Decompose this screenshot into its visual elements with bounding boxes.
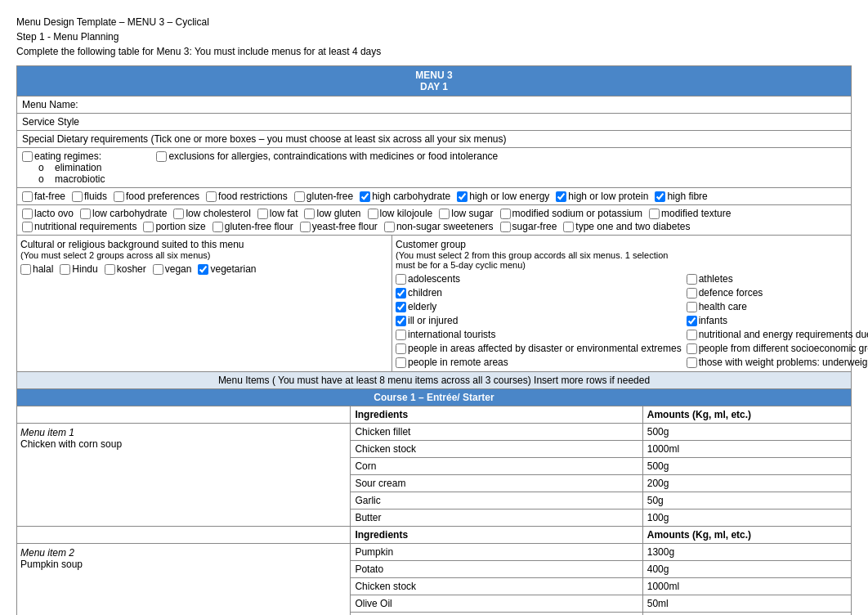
ingredient-1-3: Corn — [351, 458, 642, 475]
menu-item-1-name: Chicken with corn soup — [20, 438, 347, 450]
customer-athletes[interactable]: athletes — [687, 273, 868, 285]
menu-item-2-number: Menu item 2 — [20, 547, 347, 559]
checkbox-low-sugar[interactable]: low sugar — [439, 208, 493, 219]
exclusions-checkbox[interactable] — [156, 151, 167, 162]
amounts-header-2: Amounts (Kg, ml, etc.) — [642, 527, 851, 544]
customer-defence-forces[interactable]: defence forces — [687, 287, 868, 299]
menu-item-2-name: Pumpkin soup — [20, 559, 347, 570]
checkbox-fat-free[interactable]: fat-free — [22, 191, 65, 202]
amount-2-4: 50ml — [642, 595, 851, 613]
menu-name-label: Menu Name: — [22, 99, 78, 110]
customer-health-care[interactable]: health care — [687, 301, 868, 312]
checkbox-lacto-ovo[interactable]: lacto ovo — [22, 208, 74, 219]
cultural-halal[interactable]: halal — [20, 263, 53, 275]
eating-regimes-checkbox[interactable] — [22, 151, 33, 162]
customer-adolescents[interactable]: adolescents — [396, 273, 682, 285]
checkbox-yeast-free-flour[interactable]: yeast-free flour — [300, 221, 378, 232]
customer-people-in-remote-areas[interactable]: people in remote areas — [396, 357, 682, 368]
customer-instruction: (You must select 2 from this group accor… — [396, 250, 848, 270]
amount-1-2: 1000ml — [642, 441, 851, 458]
amount-1-5: 50g — [642, 492, 851, 510]
customer-group-label: Customer group — [396, 239, 466, 250]
checkbox-low-cholesterol[interactable]: low cholesterol — [173, 208, 250, 219]
checkbox-sugar-free[interactable]: sugar-free — [500, 221, 557, 232]
eating-regimes-label: eating regimes: — [34, 150, 101, 162]
breadcrumb: Menu Design Template – MENU 3 – Cyclical — [16, 16, 852, 28]
ingredient-2-2: Potato — [351, 561, 642, 578]
instruction-label: Complete the following table for Menu 3:… — [16, 46, 852, 57]
amount-1-6: 100g — [642, 510, 851, 527]
ingredient-1-5: Garlic — [351, 492, 642, 510]
customer-infants[interactable]: infants — [687, 315, 868, 326]
menu-items-label: Menu Items ( You must have at least 8 me… — [218, 375, 650, 386]
checkbox-high-or-low-protein[interactable]: high or low protein — [556, 191, 648, 202]
elimination-label: elimination — [55, 162, 101, 173]
cultural-kosher[interactable]: kosher — [105, 263, 146, 275]
cultural-label: Cultural or religious background suited … — [20, 239, 244, 250]
cultural-vegetarian[interactable]: vegetarian — [198, 263, 256, 275]
checkbox-portion-size[interactable]: portion size — [143, 221, 205, 232]
ingredient-1-4: Sour cream — [351, 475, 642, 492]
special-dietary-note: – you must choose at least six across al… — [259, 133, 507, 145]
day-label: DAY 1 — [20, 81, 848, 92]
checkbox-food-restrictions[interactable]: food restrictions — [206, 191, 288, 202]
menu-title: MENU 3 — [20, 70, 848, 81]
amount-2-5: 50g — [642, 613, 851, 616]
amounts-header: Amounts (Kg, ml, etc.) — [642, 406, 851, 424]
customer-elderly[interactable]: elderly — [396, 301, 682, 312]
checkbox-modified-texture[interactable]: modified texture — [649, 208, 731, 219]
checkbox-gluten-free[interactable]: gluten-free — [294, 191, 353, 202]
amount-2-2: 400g — [642, 561, 851, 578]
checkbox-low-fat[interactable]: low fat — [257, 208, 298, 219]
special-dietary-label: Special Dietary requirements (Tick one o… — [22, 133, 256, 145]
course1-header: Course 1 – Entrée/ Starter — [17, 389, 852, 406]
checkbox-high-fibre[interactable]: high fibre — [655, 191, 707, 202]
customer-nutritional-and-energy-require[interactable]: nutritional and energy requirements due … — [687, 329, 868, 340]
checkbox-type-one-and-two-diabetes[interactable]: type one and two diabetes — [563, 221, 690, 232]
main-table: MENU 3 DAY 1 Menu Name: Service Style Sp… — [16, 65, 852, 615]
checkbox-food-preferences[interactable]: food preferences — [114, 191, 199, 202]
menu-items-row: Menu Items ( You must have at least 8 me… — [17, 372, 852, 389]
checkbox-modified-sodium-or-potassium[interactable]: modified sodium or potassium — [500, 208, 642, 219]
checkbox-low-kilojoule[interactable]: low kilojoule — [368, 208, 433, 219]
ingredient-1-1: Chicken fillet — [351, 424, 642, 441]
cultural-instruction: (You must select 2 groups across all six… — [20, 250, 388, 260]
checkbox-low-carbohydrate[interactable]: low carbohydrate — [80, 208, 167, 219]
ingredient-2-5: Garlic — [351, 613, 642, 616]
ingredient-1-2: Chicken stock — [351, 441, 642, 458]
checkbox-nutritional-requirements[interactable]: nutritional requirements — [22, 221, 136, 232]
cultural-hindu[interactable]: Hindu — [60, 263, 97, 275]
checkbox-high-or-low-energy[interactable]: high or low energy — [457, 191, 549, 202]
customer-people-in-areas-affected-by-di[interactable]: people in areas affected by disaster or … — [396, 343, 682, 354]
amount-1-4: 200g — [642, 475, 851, 492]
customer-people-from-different-socioeco[interactable]: people from different socioeconomic grou… — [687, 343, 868, 354]
menu-item-1-number: Menu item 1 — [20, 427, 347, 438]
amount-2-1: 1300g — [642, 544, 851, 561]
checkbox-fluids[interactable]: fluids — [72, 191, 107, 202]
ingredient-1-6: Butter — [351, 510, 642, 527]
amount-1-1: 500g — [642, 424, 851, 441]
ingredient-2-4: Olive Oil — [351, 595, 642, 613]
amount-2-3: 1000ml — [642, 578, 851, 595]
ingredients-header: Ingredients — [351, 406, 642, 424]
cultural-vegan[interactable]: vegan — [153, 263, 192, 275]
checkbox-high-carbohydrate[interactable]: high carbohydrate — [360, 191, 450, 202]
step-label: Step 1 - Menu Planning — [16, 31, 852, 43]
ingredient-2-1: Pumpkin — [351, 544, 642, 561]
ingredient-2-3: Chicken stock — [351, 578, 642, 595]
customer-international-tourists[interactable]: international tourists — [396, 329, 682, 340]
checkbox-non-sugar-sweeteners[interactable]: non-sugar sweeteners — [384, 221, 494, 232]
ingredients-header-2: Ingredients — [351, 527, 642, 544]
customer-children[interactable]: children — [396, 287, 682, 299]
customer-those-with-weight-problems:-un[interactable]: those with weight problems: underweight,… — [687, 357, 868, 368]
customer-ill-or-injured[interactable]: ill or injured — [396, 315, 682, 326]
checkbox-low-gluten[interactable]: low gluten — [304, 208, 360, 219]
macrobiotic-label: macrobiotic — [55, 173, 105, 185]
service-style-label: Service Style — [22, 116, 79, 128]
exclusions-label: exclusions for allergies, contraindicati… — [168, 150, 498, 162]
checkbox-gluten-free-flour[interactable]: gluten-free flour — [213, 221, 293, 232]
amount-1-3: 500g — [642, 458, 851, 475]
